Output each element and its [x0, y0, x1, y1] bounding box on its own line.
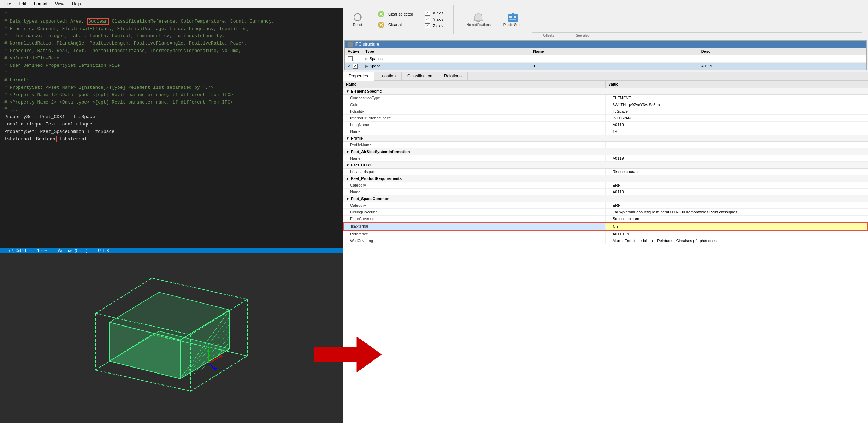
reset-button[interactable]: Reset [349, 10, 366, 28]
props-cell-value: Risque courant [606, 169, 868, 175]
ifc-col-desc: Desc [698, 48, 866, 55]
no-notifications-button[interactable]: No notifications [463, 10, 493, 28]
props-cell-value: ERP [606, 182, 868, 188]
3d-model-svg [74, 271, 268, 405]
svg-rect-34 [508, 14, 518, 22]
clear-all-button[interactable]: Clear all [377, 20, 413, 29]
reset-icon [352, 12, 363, 23]
ifc-cell-type: ▶Space [362, 63, 530, 70]
props-group-header[interactable]: ▼Pset_CD31 [343, 162, 868, 169]
ifc-col-active: Active [345, 48, 362, 55]
props-cell-value: A0119 [606, 189, 868, 195]
toolbar: Reset Clear selected [343, 0, 868, 39]
props-data-row[interactable]: IsExternalNo [343, 222, 868, 231]
offsets-label: Offsets [532, 33, 565, 39]
props-data-row[interactable]: CompositionTypeELEMENT [343, 95, 868, 101]
ifc-row[interactable]: ✓✓▶Space19A0119 [345, 63, 866, 70]
no-notifications-label: No notifications [466, 23, 490, 27]
menu-view[interactable]: View [54, 1, 66, 7]
menu-file[interactable]: File [3, 1, 12, 7]
collapse-icon: ▼ [346, 150, 349, 154]
line-ending: Windows (CRLF) [58, 248, 87, 253]
props-cell-name: WallCovering [343, 237, 606, 244]
props-data-row[interactable]: FloorCoveringSol en linoleum [343, 216, 868, 222]
props-data-row[interactable]: LongNameA0119 [343, 122, 868, 128]
props-cell-value: A0119 [606, 155, 868, 161]
z-axis-checkbox[interactable]: ✓ Z axis [425, 23, 443, 28]
svg-marker-23 [220, 355, 223, 358]
props-cell-name: IfcEntity [343, 108, 606, 114]
props-cell-name: Name [343, 128, 606, 135]
props-group-header[interactable]: ▼Pset_AirSideSystemInformation [343, 148, 868, 155]
props-cell-name: IsExternal [344, 223, 606, 230]
props-cell-name: ProfileName [343, 142, 606, 148]
props-cell-value: No [606, 223, 868, 230]
ifc-cell-desc [698, 58, 866, 60]
tab-location[interactable]: Location [374, 72, 402, 80]
props-groups: ▼Element SpecificCompositionTypeELEMENTG… [343, 88, 868, 244]
ifc-row[interactable]: ▷Spaces [345, 55, 866, 63]
props-cell-name: Local a risque [343, 169, 606, 175]
props-col-value: Value [606, 81, 868, 88]
menu-edit[interactable]: Edit [17, 1, 28, 7]
svg-marker-38 [512, 12, 514, 14]
y-axis-checkbox[interactable]: ✓ Y axis [425, 17, 443, 22]
props-data-row[interactable]: ReferenceA0119 19 [343, 231, 868, 237]
props-cell-name: Category [343, 182, 606, 188]
props-data-row[interactable]: ProfileName [343, 142, 868, 148]
encoding: UTF-8 [98, 248, 109, 253]
clear-selected-button[interactable]: Clear selected [377, 10, 413, 18]
svg-rect-37 [509, 19, 516, 20]
props-data-row[interactable]: WallCoveringMurs : Enduit sur béton + Pe… [343, 237, 868, 244]
props-cell-value: A0119 19 [606, 231, 868, 237]
props-data-row[interactable]: NameA0119 [343, 155, 868, 162]
tab-relations[interactable]: Relations [438, 72, 468, 80]
ifc-panel-icon [348, 42, 353, 47]
svg-rect-36 [514, 16, 516, 18]
plugin-store-button[interactable]: Plugin Store [501, 10, 525, 28]
see-also-label: See also [565, 33, 600, 39]
ifc-cell-name: 19 [530, 63, 698, 69]
plugin-store-icon [507, 12, 519, 23]
menu-help[interactable]: Help [71, 1, 82, 7]
status-bar: Ln 7, Col 21 100% Windows (CRLF) UTF-8 [0, 248, 343, 253]
tab-classification[interactable]: Classification [402, 72, 438, 80]
props-data-row[interactable]: NameA0119 [343, 189, 868, 195]
collapse-icon: ▼ [346, 89, 349, 93]
props-data-row[interactable]: CategoryERP [343, 202, 868, 209]
properties-tabs: Properties Location Classification Relat… [343, 72, 868, 81]
props-cell-name: FloorCovering [343, 216, 606, 222]
y-axis-label: Y axis [433, 17, 443, 22]
props-group-header[interactable]: ▼Element Specific [343, 88, 868, 95]
props-data-row[interactable]: Name19 [343, 128, 868, 135]
properties-content: Name Value ▼Element SpecificCompositionT… [343, 81, 868, 423]
tab-properties[interactable]: Properties [343, 72, 374, 81]
props-cell-value: ERP [606, 202, 868, 208]
ifc-title: IFC structure [355, 42, 379, 47]
plugin-store-label: Plugin Store [503, 23, 522, 27]
props-group-header[interactable]: ▼Profile [343, 135, 868, 142]
no-notifications-icon [473, 12, 484, 23]
y-axis-check-icon: ✓ [425, 17, 430, 22]
props-data-row[interactable]: IfcEntityIfcSpace [343, 108, 868, 115]
props-data-row[interactable]: CeilingCoveringFaux-plafond acoustique m… [343, 209, 868, 216]
editor-area: ## Data types supported: Area, Boolean C… [0, 8, 343, 248]
props-data-row[interactable]: Guid3WeTNitqv97veY3ArSz5ha [343, 101, 868, 108]
props-cell-name: Name [343, 189, 606, 195]
zoom-level: 100% [37, 248, 47, 253]
props-cell-name: Reference [343, 231, 606, 237]
x-axis-checkbox[interactable]: ✓ X axis [425, 11, 443, 16]
props-col-name: Name [343, 81, 606, 88]
props-cell-value: IfcSpace [606, 108, 868, 114]
props-cell-value: Faux-plafond acoustique minéral 600x600 … [606, 209, 868, 215]
clear-selected-label: Clear selected [388, 12, 413, 16]
props-data-row[interactable]: CategoryERP [343, 182, 868, 189]
svg-rect-35 [509, 16, 512, 18]
menu-format[interactable]: Format [33, 1, 49, 7]
props-group-header[interactable]: ▼Pset_SpaceCommon [343, 195, 868, 202]
props-data-row[interactable]: Local a risqueRisque courant [343, 169, 868, 175]
collapse-icon: ▼ [346, 136, 349, 140]
props-data-row[interactable]: InteriorOrExteriorSpaceINTERNAL [343, 115, 868, 122]
props-group-header[interactable]: ▼Pset_ProductRequirements [343, 175, 868, 182]
z-axis-label: Z axis [433, 24, 443, 28]
